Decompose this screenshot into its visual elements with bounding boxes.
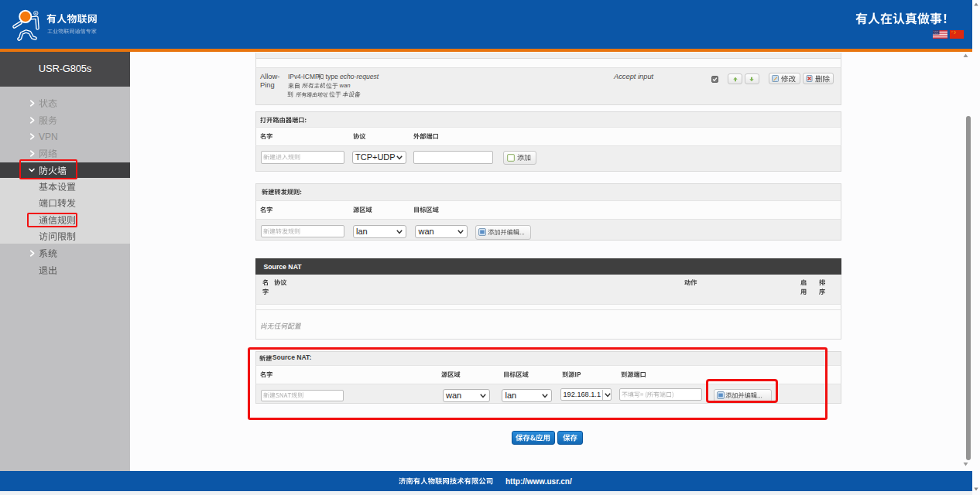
svg-text:R: R bbox=[35, 12, 37, 15]
